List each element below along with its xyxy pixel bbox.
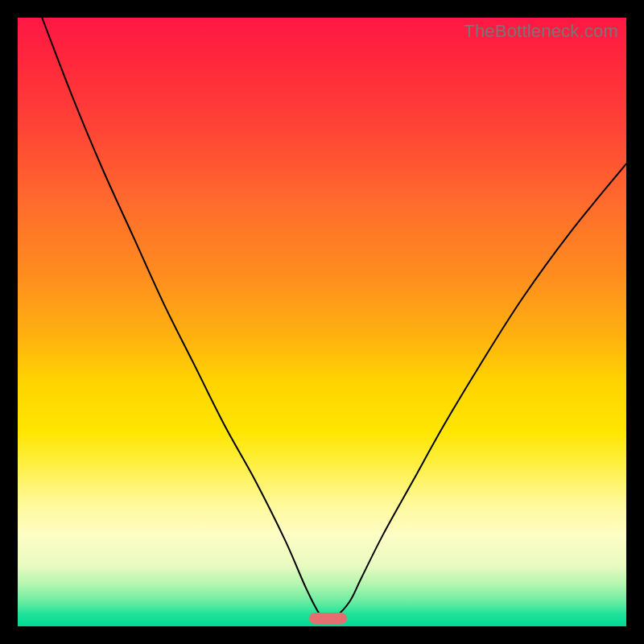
optimum-marker [309, 613, 347, 624]
chart-frame: TheBottleneck.com [0, 0, 644, 644]
bottleneck-curve [42, 18, 626, 620]
curve-svg [18, 18, 626, 626]
plot-area: TheBottleneck.com [18, 18, 626, 626]
